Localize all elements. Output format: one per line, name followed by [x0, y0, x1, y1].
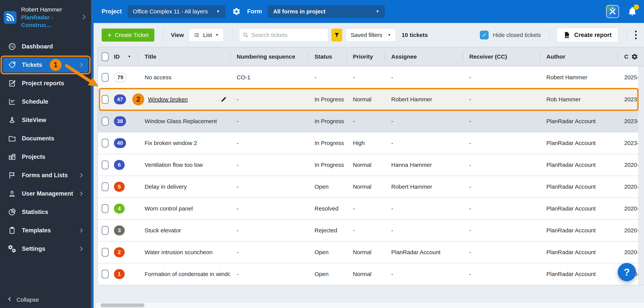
divider [626, 28, 627, 42]
column-header-receiver-cc-[interactable]: Receiver (CC) [463, 47, 540, 66]
help-button[interactable]: ? [618, 263, 636, 281]
column-header-label: Title [144, 53, 156, 60]
column-header-priority[interactable]: Priority [346, 47, 385, 66]
hide-closed-checkbox[interactable]: ✓ [480, 31, 489, 39]
notification-dot [634, 4, 639, 10]
numbering-cell: - [230, 89, 308, 110]
project-select[interactable]: Office Complex 11 - All layers ▼ [128, 5, 225, 18]
form-select[interactable]: All forms in project ▼ [268, 5, 385, 18]
project-settings-gear-icon[interactable] [232, 7, 241, 16]
collapse-button[interactable]: Collapse [7, 296, 39, 303]
sidebar-item-label: Forms and Lists [22, 172, 68, 179]
column-settings-gear-icon[interactable] [631, 53, 638, 60]
sidebar-item-statistics[interactable]: Statistics [3, 205, 88, 219]
column-header-author[interactable]: Author [540, 47, 618, 66]
notifications-bell-icon[interactable] [628, 7, 637, 16]
row-checkbox[interactable] [102, 139, 108, 148]
account-switcher[interactable]: Robert Hammer PlanRadar - Construc... [0, 0, 91, 34]
sidebar-item-documents[interactable]: Documents [3, 131, 88, 146]
row-checkbox[interactable] [102, 160, 108, 169]
sidebar-item-settings[interactable]: Settings [3, 241, 88, 256]
column-header-assignee[interactable]: Assignee [385, 47, 463, 66]
topbar: Project Office Complex 11 - All layers ▼… [94, 0, 644, 23]
ticket-row-79[interactable]: 79No accessCO-1----Robert Hammer2025- [98, 66, 644, 88]
receiver-cell: - [463, 132, 540, 154]
horizontal-scrollbar-track[interactable] [96, 302, 644, 308]
search-tickets-input[interactable] [239, 28, 328, 42]
ticket-title[interactable]: Window broken [148, 96, 188, 103]
chevron-left-icon [7, 296, 12, 303]
ticket-row-40[interactable]: 40Fix broken window 2-In ProgressHigh--P… [98, 132, 644, 154]
caret-down-icon: ▼ [215, 33, 219, 37]
row-checkbox[interactable] [102, 117, 108, 126]
column-header-status[interactable]: Status [308, 47, 346, 66]
status-cell: Resolved [308, 198, 346, 219]
caret-down-icon: ▼ [388, 33, 391, 37]
sidebar-item-forms-and-lists[interactable]: Forms and Lists [3, 168, 88, 183]
sidebar-item-user-management[interactable]: User Management [3, 186, 88, 201]
horizontal-scrollbar-thumb[interactable] [100, 304, 144, 307]
more-options-kebab-icon[interactable] [634, 29, 638, 41]
status-cell: Open [308, 176, 346, 197]
ticket-title-cell: Water intrusion scuncheon [138, 242, 230, 263]
filter-button[interactable] [332, 28, 342, 42]
chevron-right-icon [78, 172, 84, 178]
column-header-id[interactable]: ID▼ [111, 47, 138, 66]
view-mode-select[interactable]: List ▼ [189, 28, 224, 42]
priority-cell: - [346, 66, 385, 88]
chevron-right-icon [78, 62, 84, 68]
form-label: Form [247, 8, 262, 15]
numbering-cell: - [230, 132, 308, 154]
sidebar-item-templates[interactable]: Templates [3, 223, 88, 238]
sidebar-item-project-reports[interactable]: Project reports [3, 76, 88, 91]
column-header-title[interactable]: Title [138, 47, 230, 66]
status-cell: Rejected [308, 220, 346, 241]
row-checkbox[interactable] [102, 270, 108, 279]
sidebar-item-tickets[interactable]: Tickets1 [3, 57, 88, 72]
row-checkbox-cell [98, 263, 111, 285]
row-checkbox[interactable] [102, 248, 108, 257]
select-all-checkbox[interactable] [102, 52, 108, 61]
search-icon [242, 32, 249, 38]
vertical-scrollbar-track[interactable] [638, 66, 644, 285]
sidebar-item-projects[interactable]: Projects [3, 150, 88, 164]
row-checkbox[interactable] [102, 73, 108, 82]
edit-pencil-icon[interactable] [220, 96, 227, 103]
saved-filters-button[interactable]: Saved filters ▼ [346, 28, 396, 42]
ticket-row-4[interactable]: 4Worn control panel-Resolved---PlanRadar… [98, 197, 644, 219]
ticket-row-3[interactable]: 3Stuck elevator-Rejected---PlanRadar Acc… [98, 219, 644, 241]
ticket-row-1[interactable]: 1Formation of condensate in window-OpenN… [98, 263, 644, 285]
ticket-row-47[interactable]: 47Window broken-In ProgressNormalRobert … [98, 88, 644, 110]
create-ticket-button[interactable]: + Create Ticket [102, 28, 154, 42]
ticket-title: Ventilation flow too low [144, 162, 203, 168]
column-header-label: Numbering sequence [237, 53, 295, 60]
row-checkbox[interactable] [102, 204, 108, 213]
sidebar-item-schedule[interactable]: Schedule [3, 94, 88, 109]
priority-cell: Normal [346, 89, 385, 110]
row-checkbox[interactable] [102, 182, 108, 191]
ticket-id-cell: 79 [111, 66, 138, 88]
row-checkbox-cell [98, 198, 111, 219]
author-cell: PlanRadar Account [540, 242, 618, 263]
sidebar-item-label: Statistics [22, 209, 48, 215]
ticket-row-6[interactable]: 6Ventilation flow too low-In ProgressNor… [98, 154, 644, 176]
create-report-button[interactable]: PDF Create report [556, 28, 618, 42]
ticket-row-2[interactable]: 2Water intrusion scuncheon-OpenNormalPla… [98, 241, 644, 263]
ticket-row-38[interactable]: 38Window Glass Replacement-In Progress--… [98, 110, 644, 132]
ticket-row-5[interactable]: 5Delay in delivery-OpenNormalRobert Hamm… [98, 176, 644, 197]
project-label: Project [102, 8, 122, 15]
column-header-c[interactable]: C [618, 47, 644, 66]
row-checkbox[interactable] [102, 226, 108, 235]
ticket-count: 10 tickets [402, 32, 428, 38]
svg-text:PDF: PDF [566, 36, 570, 38]
ticket-title: Window Glass Replacement [144, 118, 217, 125]
ticket-id-badge: 79 [114, 72, 127, 82]
row-checkbox[interactable] [102, 95, 108, 104]
sidebar-item-dashboard[interactable]: Dashboard [3, 39, 88, 54]
sidebar-item-siteview[interactable]: SiteView [3, 113, 88, 128]
priority-cell: - [346, 198, 385, 219]
ticket-id-badge: 1 [114, 269, 125, 279]
pdf-file-icon: PDF [563, 31, 571, 39]
column-header-numbering-sequence[interactable]: Numbering sequence [230, 47, 308, 66]
connect-app-icon[interactable] [606, 5, 619, 18]
